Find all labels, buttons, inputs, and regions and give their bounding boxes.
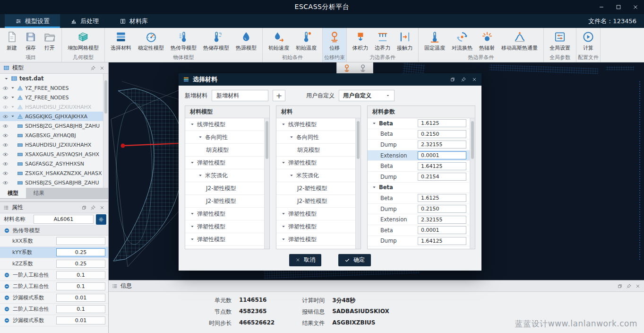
tree-item[interactable]: XAGBSXG_AYHAQBJ	[0, 131, 103, 140]
property-input[interactable]: 0.01	[56, 316, 105, 324]
material-model-item[interactable]: 弹塑性模型	[185, 233, 264, 246]
close-icon[interactable]	[99, 65, 105, 71]
pin-icon[interactable]	[461, 77, 466, 82]
param-input[interactable]: 2.32155	[418, 216, 466, 224]
scrollbar-thumb[interactable]	[471, 121, 474, 159]
param-input[interactable]: 0.0001	[418, 226, 466, 234]
ribbon-button-displacement[interactable]: 位移	[325, 30, 344, 52]
material-item[interactable]: 各向同性	[276, 131, 355, 144]
tree-item[interactable]: HSAUHDISU_JZXIUXHAHX	[0, 140, 103, 149]
close-icon[interactable]	[99, 205, 105, 210]
ribbon-button-initial-velocity[interactable]: 初始速度	[265, 30, 292, 52]
ribbon-button-body-force[interactable]: 体积力	[349, 30, 371, 52]
property-section-header[interactable]: 热传导模型	[0, 226, 108, 236]
scrollbar-thumb[interactable]	[266, 121, 268, 159]
pin-icon[interactable]	[90, 65, 96, 71]
maximize-button[interactable]	[610, 0, 627, 14]
param-input[interactable]: 0.2150	[418, 130, 466, 138]
eye-icon[interactable]	[2, 170, 9, 176]
ribbon-button-compute[interactable]: 计算	[579, 30, 598, 52]
tree-item[interactable]: SDHSBJZG_GHSABJHB_ZAHU	[0, 121, 103, 131]
ribbon-button-initial-temperature[interactable]: 初始温度	[292, 30, 320, 52]
property-input[interactable]: 0.1	[56, 305, 105, 313]
tree-root[interactable]: test.dat	[0, 74, 103, 83]
tree-item[interactable]: SAGFASGZ_ASYHHXSN	[0, 159, 103, 168]
pin-icon[interactable]	[90, 205, 96, 210]
ribbon-button-convection[interactable]: 对流换热	[448, 30, 476, 52]
property-input[interactable]: 0.25	[56, 248, 105, 256]
tree-item[interactable]: YZ_FREE_NODES	[0, 83, 103, 93]
eye-icon[interactable]	[2, 142, 9, 148]
ribbon-button-heat-conduction[interactable]: 热传导模型	[167, 30, 200, 52]
ok-button[interactable]: 确定	[338, 254, 371, 266]
scrollbar-thumb[interactable]	[357, 121, 360, 159]
add-material-button[interactable]: +	[273, 90, 285, 101]
property-input[interactable]: 0.1	[56, 282, 105, 290]
property-input[interactable]: 0.1	[56, 271, 105, 279]
material-model-item[interactable]: 米茨强化	[185, 169, 264, 182]
material-item[interactable]: 弹塑性模型	[276, 220, 355, 233]
scrollbar-thumb[interactable]	[104, 80, 107, 114]
material-item[interactable]: 线弹性模型	[276, 118, 355, 131]
tab-material-lib[interactable]: 材料库	[109, 14, 158, 28]
ribbon-button-radiation[interactable]: 热辐射	[476, 30, 498, 52]
param-input[interactable]: 0.0001	[418, 151, 466, 159]
material-model-item[interactable]: J2-塑性模型	[185, 195, 264, 208]
tab-post-process[interactable]: 后处理	[60, 14, 109, 28]
property-input[interactable]: 0.25	[56, 260, 105, 268]
material-name-input[interactable]: AL6061	[34, 215, 94, 224]
material-model-item[interactable]: 弹塑性模型	[185, 220, 264, 233]
tree-item[interactable]: XSAXGAUS_AISYAQSH_ASHX	[0, 149, 103, 159]
ribbon-button-save[interactable]: 保存	[21, 30, 40, 52]
restore-icon[interactable]	[617, 283, 623, 289]
pin-icon[interactable]	[626, 283, 632, 289]
eye-icon[interactable]	[2, 151, 9, 158]
material-item[interactable]: J2-塑性模型	[276, 195, 355, 208]
eye-icon[interactable]	[2, 132, 9, 139]
ribbon-button-global-settings[interactable]: 全局设置	[546, 30, 574, 52]
material-model-item[interactable]: 各向同性	[185, 131, 264, 144]
param-input[interactable]: 1.6125	[418, 119, 466, 127]
property-input[interactable]	[56, 237, 105, 245]
material-item[interactable]: 胡克模型	[276, 144, 355, 157]
material-item[interactable]: 弹塑性模型	[276, 208, 355, 220]
params-scrollbar[interactable]	[470, 118, 475, 249]
panel-tab-model[interactable]: 模型	[0, 188, 26, 198]
material-model-item[interactable]: 线弹性模型	[185, 118, 264, 131]
param-input[interactable]: 1.64125	[418, 162, 466, 170]
material-item[interactable]: 弹塑性模型	[276, 233, 355, 246]
ribbon-button-contact-force[interactable]: 接触力	[394, 30, 416, 52]
eye-icon[interactable]	[2, 180, 9, 186]
close-button[interactable]	[627, 0, 644, 14]
material-item[interactable]: 弹塑性模型	[276, 157, 355, 169]
eye-icon[interactable]	[2, 95, 9, 101]
tree-item[interactable]: YZ_FREE_NODES	[0, 93, 103, 102]
material-item[interactable]: 米茨强化	[276, 169, 355, 182]
material-item[interactable]: J2-塑性模型	[276, 182, 355, 195]
minimize-button[interactable]	[593, 0, 610, 14]
param-input[interactable]: 0.2154	[418, 173, 466, 181]
displacement-flyout-button[interactable]	[343, 64, 351, 74]
tab-model-settings[interactable]: 模型设置	[5, 14, 60, 28]
tree-item[interactable]: SDHSBJZS_GHSABJHB_ZAHU	[0, 178, 103, 187]
close-icon[interactable]	[472, 77, 477, 82]
ribbon-button-select-material[interactable]: 选择材料	[107, 30, 135, 52]
eye-icon[interactable]	[2, 85, 9, 91]
ribbon-button-boundary-force[interactable]: 边界力	[371, 30, 394, 52]
property-input[interactable]: 0.01	[56, 294, 105, 302]
eye-icon[interactable]	[2, 114, 9, 120]
ribbon-button-stability[interactable]: 稳定性模型	[135, 30, 167, 52]
new-material-input[interactable]: 新增材料	[212, 90, 268, 101]
cancel-button[interactable]: 取消	[289, 254, 321, 266]
tree-item[interactable]: AGSGKJKG_GJHXAJKHXA	[0, 112, 103, 121]
eye-icon[interactable]	[2, 104, 9, 110]
tree-scrollbar[interactable]	[103, 74, 108, 188]
ribbon-button-fixed-temperature[interactable]: 固定温度	[421, 30, 448, 52]
material-model-item[interactable]: 胡克模型	[185, 144, 264, 157]
param-input[interactable]: 1.6125	[418, 194, 466, 202]
ribbon-button-heat-source[interactable]: 热源模型	[232, 30, 260, 52]
material-model-item[interactable]: J2-塑性模型	[185, 182, 264, 195]
material-model-item[interactable]: 弹塑性模型	[185, 157, 264, 169]
ribbon-button-add-mesh[interactable]: 增加网格模型	[64, 30, 102, 52]
ribbon-button-gauss-flux[interactable]: 移动高斯热通量	[498, 30, 541, 52]
